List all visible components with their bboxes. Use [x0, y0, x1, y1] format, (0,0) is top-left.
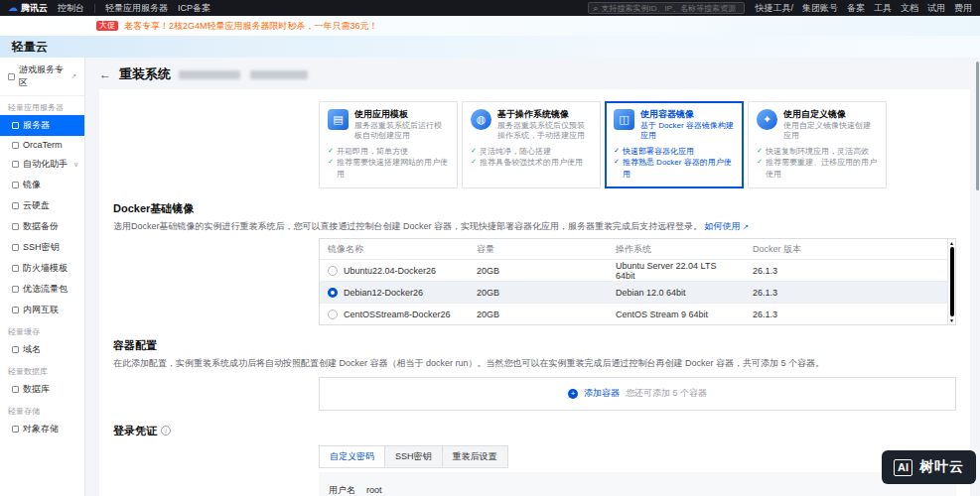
reinstall-panel: ▤ 使用应用模板 服务器重装系统后运行模板自动创建应用 ✓开箱即用，简单方便 ✓…	[99, 89, 970, 496]
option-card-os-image[interactable]: ◍ 基于操作系统镜像 服务器重装系统后仅预装操作系统，手动搭建应用 ✓灵活纯净，…	[462, 101, 601, 188]
nav-trial[interactable]: 试用	[927, 2, 945, 15]
brand-name: 腾讯云	[21, 2, 48, 15]
sidebar-item-database[interactable]: 数据库	[0, 379, 84, 400]
sidebar-item-label: 服务器	[23, 119, 50, 132]
radio-ubuntu[interactable]	[328, 266, 338, 276]
global-search[interactable]: ⌕	[588, 2, 745, 14]
traffic-icon	[12, 286, 19, 293]
card-desc: 使用自定义镜像快速创建应用	[783, 121, 878, 141]
promo-text: 老客专享！2核2G4M轻量应用服务器限时秒杀，一年只需36元！	[124, 20, 378, 33]
sidebar-item-cloud-disk[interactable]: 云硬盘	[0, 195, 84, 216]
app-template-icon: ▤	[328, 109, 349, 130]
domain-icon	[12, 346, 19, 353]
tab-set-after-reinstall[interactable]: 重装后设置	[442, 445, 508, 468]
nav-billing[interactable]: 费用	[954, 2, 972, 15]
scroll-down-icon[interactable]: ▼	[949, 317, 954, 323]
custom-image-icon: ✦	[757, 109, 777, 130]
sidebar-item-domain[interactable]: 域名	[0, 339, 84, 360]
nav-tools[interactable]: 工具	[874, 2, 892, 15]
table-scrollbar[interactable]: ▲ ▼	[947, 239, 955, 324]
nav-icp[interactable]: 备案	[847, 2, 865, 15]
sidebar-item-orcaterm[interactable]: OrcaTerm	[0, 136, 84, 154]
sidebar-item-cos[interactable]: 对象存储	[0, 419, 84, 439]
promo-bar[interactable]: 大促 老客专享！2核2G4M轻量应用服务器限时秒杀，一年只需36元！	[0, 16, 980, 36]
shield-icon	[12, 265, 19, 272]
nav-product-icp[interactable]: ICP备案	[178, 2, 210, 15]
nav-docs[interactable]: 文档	[901, 2, 918, 15]
sidebar-group-database: 轻量数据库	[0, 360, 84, 379]
sidebar-item-images[interactable]: 镜像	[0, 175, 84, 195]
sidebar-item-game-zone[interactable]: 游戏服务专区 ↗	[0, 58, 84, 96]
docker-section-desc: 选用Docker基础镜像的实例进行重装系统后，您可以直接通过控制台创建 Dock…	[113, 221, 956, 233]
page-title: 重装系统	[119, 65, 171, 83]
storage-icon	[12, 426, 19, 433]
scroll-up-icon[interactable]: ▲	[949, 240, 954, 246]
card-desc: 基于 Docker 容器镜像构建应用	[640, 121, 735, 141]
col-os: 操作系统	[608, 243, 745, 256]
nav-org-account[interactable]: 集团账号	[802, 2, 838, 15]
redacted-instance-id	[179, 70, 240, 79]
image-icon	[12, 182, 19, 188]
brand-logo[interactable]: ☁ 腾讯云	[8, 2, 48, 15]
sidebar-item-backup[interactable]: 数据备份	[0, 216, 84, 237]
sidebar-item-label: 镜像	[23, 179, 41, 191]
search-input[interactable]	[602, 4, 741, 13]
sidebar-item-label: 域名	[23, 343, 41, 356]
table-row-ubuntu[interactable]: Ubuntu22.04-Docker26 20GB Ubuntu Server …	[320, 259, 947, 281]
watermark: AI 树叶云	[882, 450, 976, 484]
col-docker-version: Docker 版本	[745, 243, 947, 256]
database-icon	[12, 386, 19, 393]
table-row-debian[interactable]: Debian12-Docker26 20GB Debian 12.0 64bit…	[320, 281, 947, 303]
sidebar-item-label: 云硬盘	[23, 199, 50, 212]
gamepad-icon	[8, 73, 15, 80]
info-icon[interactable]: i	[161, 426, 171, 435]
tab-ssh-key[interactable]: SSH密钥	[384, 445, 443, 468]
tab-custom-password[interactable]: 自定义密码	[319, 445, 385, 468]
cell-image-name: Ubuntu22.04-Docker26	[344, 266, 436, 276]
sidebar-item-traffic-package[interactable]: 优选流量包	[0, 279, 84, 300]
back-arrow-icon[interactable]: ←	[99, 68, 111, 80]
cell-image-name: Debian12-Docker26	[344, 288, 423, 298]
check-text: 推荐需要快速搭建网站的用户使用	[337, 157, 449, 180]
cell-version: 26.1.3	[745, 266, 947, 276]
nav-console[interactable]: 控制台	[58, 2, 84, 15]
sidebar-item-label: 防火墙模板	[23, 262, 68, 275]
docker-section-title: Docker基础镜像	[113, 201, 956, 216]
login-tabs: 自定义密码 SSH密钥 重装后设置	[319, 445, 956, 468]
radio-debian[interactable]	[328, 288, 338, 298]
card-title: 使用自定义镜像	[783, 109, 878, 120]
check-text: 快速部署容器化应用	[623, 146, 694, 158]
table-row-centos[interactable]: CentOSStream8-Docker26 20GB CentOS Strea…	[320, 303, 947, 324]
sidebar-item-vpc-peering[interactable]: 内网互联	[0, 300, 84, 320]
sidebar-item-label: 自动化助手	[23, 158, 68, 171]
option-card-app-template[interactable]: ▤ 使用应用模板 服务器重装系统后运行模板自动创建应用 ✓开箱即用，简单方便 ✓…	[319, 101, 458, 188]
nav-product-lighthouse[interactable]: 轻量应用服务器	[105, 2, 168, 15]
scrollbar-thumb[interactable]	[950, 247, 954, 316]
check-text: 推荐具备较强技术的用户使用	[480, 157, 583, 169]
container-section-desc: 在此添加配置，实例重装系统成功后将自动按照配置创建 Docker 容器（相当于 …	[113, 358, 956, 370]
sidebar-item-automation[interactable]: 自动化助手 ∨	[0, 154, 84, 175]
cell-size: 20GB	[469, 266, 608, 276]
check-icon: ✓	[471, 157, 477, 167]
col-image-name: 镜像名称	[320, 243, 469, 256]
how-to-use-link[interactable]: 如何使用	[705, 221, 741, 231]
watermark-logo: AI	[894, 459, 912, 476]
check-text: 快速复制环境应用，灵活高效	[766, 146, 869, 158]
login-section-title: 登录凭证 i	[113, 424, 956, 438]
sidebar-item-ssh-key[interactable]: SSH密钥	[0, 237, 84, 258]
nav-divider	[94, 4, 95, 13]
page-scrollbar[interactable]	[976, 62, 979, 190]
sidebar-item-firewall-template[interactable]: 防火墙模板	[0, 258, 84, 279]
check-icon: ✓	[614, 157, 620, 167]
watermark-brand: 树叶云	[919, 458, 964, 476]
sidebar-item-label: 游戏服务专区	[19, 63, 67, 89]
add-container-button[interactable]: 添加容器	[584, 387, 620, 400]
robot-icon	[12, 161, 19, 168]
option-card-container-image[interactable]: ◫ 使用容器镜像 基于 Docker 容器镜像构建应用 ✓快速部署容器化应用 ✓…	[605, 101, 744, 188]
nav-quick-tools[interactable]: 快捷工具/	[755, 2, 793, 15]
option-card-custom-image[interactable]: ✦ 使用自定义镜像 使用自定义镜像快速创建应用 ✓快速复制环境应用，灵活高效 ✓…	[748, 101, 887, 188]
sidebar-item-server[interactable]: 服务器	[0, 115, 84, 136]
check-icon: ✓	[328, 157, 334, 167]
terminal-icon	[12, 142, 19, 149]
radio-centos[interactable]	[328, 310, 338, 319]
